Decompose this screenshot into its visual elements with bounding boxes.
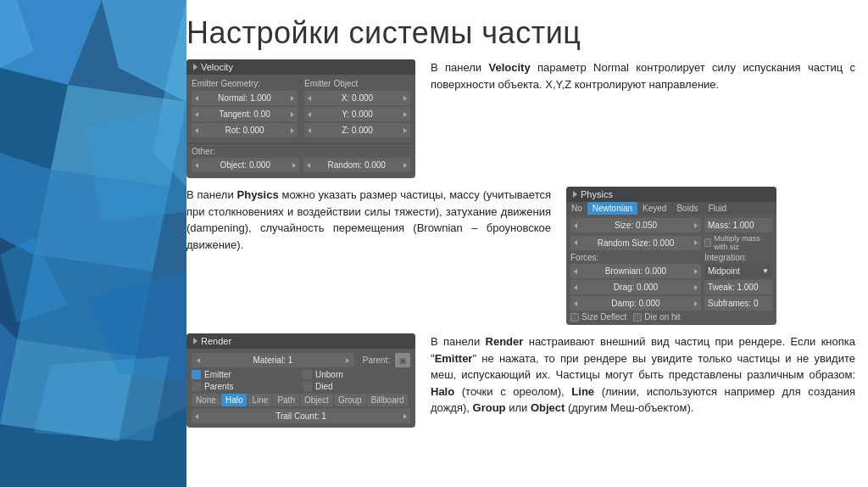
random-size-field[interactable]: Random Size: 0.000: [570, 236, 701, 250]
drag-arrow-left: [574, 285, 577, 290]
physics-tab-no[interactable]: No: [566, 202, 587, 215]
render-tab-line[interactable]: Line: [248, 394, 272, 406]
rand-arrow-left: [307, 163, 310, 168]
x-value: X: 0.000: [313, 93, 402, 103]
render-tab-none[interactable]: None: [192, 394, 220, 406]
y-arrow-right: [403, 112, 407, 117]
die-on-hit-check[interactable]: Die on hit: [633, 312, 680, 322]
physics-tabs: No Newtonian Keyed Boids Fluid: [566, 202, 776, 215]
rand-arrow-right: [403, 163, 407, 168]
section-render: Render Material: 1 Parent: ▣: [186, 333, 855, 428]
size-mass-row: Size: 0.050 Mass: 1.000: [570, 218, 772, 232]
z-value: Z: 0.000: [313, 126, 402, 135]
subframes-field[interactable]: Subframes: 0: [704, 296, 772, 311]
other-buttons: Object: 0.000 Random: 0.000: [192, 158, 410, 172]
render-type-tabs: None Halo Line Path Object Group Billboa…: [192, 394, 410, 406]
physics-tab-keyed[interactable]: Keyed: [637, 202, 671, 215]
z-arrow-left: [308, 128, 311, 133]
unborn-label: Unborn: [315, 370, 410, 379]
section-physics: В панели Physics можно указать размер ча…: [186, 187, 855, 325]
size-deflect-checkbox: [570, 313, 579, 322]
material-field[interactable]: Material: 1: [192, 353, 354, 367]
render-text-block: В панели Render настраивают внешний вид …: [431, 333, 855, 417]
render-panel-header: Render: [186, 333, 415, 349]
damp-field[interactable]: Damp: 0.000: [570, 296, 701, 311]
multiply-mass-label: Multiply mass with siz: [714, 234, 772, 251]
render-tab-group[interactable]: Group: [334, 394, 366, 406]
x-field[interactable]: X: 0.000: [304, 91, 410, 105]
emitter-object-label: Emitter Object: [304, 79, 410, 88]
velocity-panel-body: Emitter Geometry: Normal: 1.000 Tangent:…: [186, 75, 415, 142]
br-arrow-left: [574, 269, 577, 274]
trail-field[interactable]: Trail Count: 1: [192, 409, 410, 423]
main-body: Velocity Emitter Geometry: Normal: 1.000: [0, 59, 868, 487]
rs-arrow-left: [574, 240, 577, 245]
render-panel-title: Render: [201, 336, 231, 346]
render-tab-object[interactable]: Object: [300, 394, 333, 406]
died-checkbox[interactable]: [303, 382, 312, 391]
mass-field[interactable]: Mass: 1.000: [704, 218, 772, 232]
physics-bold-label: Physics: [237, 188, 279, 201]
drag-tweak-row: Drag: 0.000 Tweak: 1.000: [570, 280, 772, 294]
die-on-hit-checkbox: [633, 313, 642, 322]
physics-tab-newtonian[interactable]: Newtonian: [587, 202, 637, 215]
halo-bold-ref: Halo: [431, 385, 454, 398]
material-value: Material: 1: [200, 355, 346, 365]
mat-arrow-right: [346, 358, 349, 363]
died-label: Died: [315, 382, 410, 391]
physics-tab-fluid[interactable]: Fluid: [703, 202, 732, 215]
size-field[interactable]: Size: 0.050: [570, 218, 701, 232]
emitter-geometry-label: Emitter Geometry:: [192, 79, 298, 88]
y-arrow-left: [308, 112, 311, 117]
tangent-arrow-left: [195, 112, 198, 117]
parents-label: Parents: [204, 382, 299, 391]
physics-description: В панели Physics можно указать размер ча…: [186, 187, 551, 253]
midpoint-select[interactable]: Midpoint ▼: [704, 264, 772, 278]
size-deflect-check[interactable]: Size Deflect: [570, 312, 626, 322]
tangent-field[interactable]: Tangent: 0.00: [192, 107, 298, 121]
render-tab-halo[interactable]: Halo: [221, 394, 248, 406]
z-field[interactable]: Z: 0.000: [304, 123, 410, 137]
emitter-checkbox[interactable]: [192, 370, 201, 379]
render-tab-billboard[interactable]: Billboard: [367, 394, 409, 406]
physics-tab-boids[interactable]: Boids: [671, 202, 703, 215]
velocity-bold-label: Velocity: [489, 61, 531, 74]
render-collapse-icon[interactable]: [193, 338, 198, 344]
y-field[interactable]: Y: 0.000: [304, 107, 410, 121]
physics-collapse-icon[interactable]: [573, 191, 577, 198]
tweak-field[interactable]: Tweak: 1.000: [704, 280, 772, 294]
drag-field[interactable]: Drag: 0.000: [570, 280, 701, 294]
parents-checkbox[interactable]: [192, 382, 201, 391]
random-field[interactable]: Random: 0.000: [303, 158, 411, 172]
tweak-value: Tweak: 1.000: [708, 283, 758, 292]
damp-subframes-row: Damp: 0.000 Subframes: 0: [570, 296, 772, 311]
multiply-mass-checkbox: [704, 238, 711, 247]
trail-value: Trail Count: 1: [200, 411, 402, 421]
rot-field[interactable]: Rot: 0.000: [192, 123, 298, 137]
panel-collapse-icon[interactable]: [193, 64, 198, 70]
random-size-value: Random Size: 0.000: [579, 238, 693, 248]
object-bold-ref: Object: [531, 401, 565, 414]
object-field[interactable]: Object: 0.000: [192, 158, 299, 172]
physics-panel: Physics No Newtonian Keyed Boids Fluid S…: [566, 187, 776, 325]
subframes-value: Subframes: 0: [708, 299, 758, 308]
parent-icon-btn[interactable]: ▣: [395, 353, 410, 367]
multiply-mass-check[interactable]: Multiply mass with siz: [704, 234, 772, 251]
emitter-geometry-col: Emitter Geometry: Normal: 1.000 Tangent:…: [192, 79, 298, 137]
render-tab-path[interactable]: Path: [273, 394, 299, 406]
brownian-field[interactable]: Brownian: 0.000: [570, 264, 701, 278]
rot-value: Rot: 0.000: [200, 126, 289, 135]
normal-arrow-right: [291, 96, 294, 101]
render-panel: Render Material: 1 Parent: ▣: [186, 333, 415, 428]
obj-arrow-right: [292, 163, 296, 168]
other-label: Other:: [192, 147, 410, 156]
unborn-checkbox[interactable]: [303, 370, 312, 379]
section-velocity: Velocity Emitter Geometry: Normal: 1.000: [186, 59, 855, 178]
normal-field[interactable]: Normal: 1.000: [192, 91, 298, 105]
mass-value: Mass: 1.000: [708, 221, 754, 230]
page-title: Настройки системы частиц: [0, 0, 868, 59]
forces-integration-labels: Forces: Integration:: [570, 253, 772, 262]
obj-arrow-left: [195, 163, 198, 168]
render-panel-body: Material: 1 Parent: ▣ Emitter Unborn: [186, 349, 415, 428]
br-arrow-right: [694, 269, 698, 274]
